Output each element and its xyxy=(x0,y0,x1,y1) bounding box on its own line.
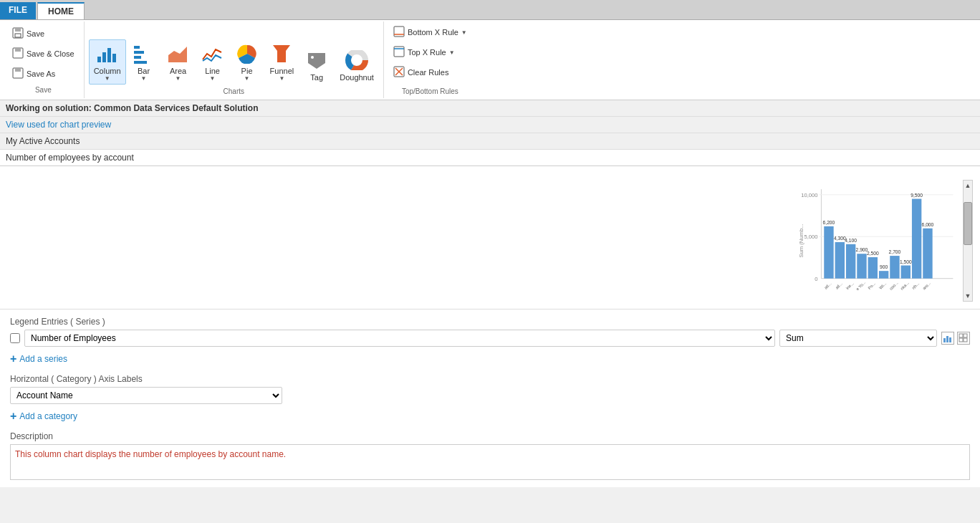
pie-chart-button[interactable]: Pie ▼ xyxy=(231,39,264,85)
ribbon: Save Save & Close Save As Save xyxy=(0,20,980,100)
column-dropdown-arrow: ▼ xyxy=(105,75,110,82)
config-area: Legend Entries ( Series ) Number of Empl… xyxy=(0,310,980,487)
clear-rules-button[interactable]: Clear Rules xyxy=(388,63,472,82)
legend-section-label: Legend Entries ( Series ) xyxy=(10,317,970,327)
svg-text:5,000: 5,000 xyxy=(804,234,817,240)
pie-icon xyxy=(236,42,259,65)
scrollbar-up-arrow[interactable]: ▲ xyxy=(965,181,971,191)
area-label: Area xyxy=(170,67,186,75)
svg-rect-12 xyxy=(134,51,144,54)
svg-point-18 xyxy=(311,56,314,59)
charts-buttons: Column ▼ Bar ▼ xyxy=(89,23,379,86)
bar-chart-button[interactable]: Bar ▼ xyxy=(128,39,160,85)
bar-icon xyxy=(133,42,155,65)
save-label: Save xyxy=(27,29,44,38)
tag-chart-button[interactable]: Tag xyxy=(300,46,333,85)
svg-text:Wi...: Wi... xyxy=(878,281,888,290)
working-on-bar: Working on solution: Common Data Service… xyxy=(0,100,980,117)
save-button[interactable]: Save xyxy=(7,24,80,43)
doughnut-label: Doughnut xyxy=(340,73,374,82)
svg-rect-53 xyxy=(879,271,888,279)
svg-text:6,200: 6,200 xyxy=(823,220,835,225)
charts-group: Column ▼ Bar ▼ xyxy=(85,21,384,98)
line-label: Line xyxy=(205,67,220,75)
svg-text:Po...: Po... xyxy=(868,281,877,290)
funnel-icon xyxy=(270,42,293,65)
scrollbar-thumb[interactable] xyxy=(964,202,972,245)
add-category-plus-icon: + xyxy=(10,410,16,423)
svg-rect-6 xyxy=(15,68,21,72)
top-x-rule-icon xyxy=(393,46,405,59)
charts-group-label: Charts xyxy=(89,86,379,97)
tag-label: Tag xyxy=(310,73,323,82)
save-close-button[interactable]: Save & Close xyxy=(7,44,80,63)
area-icon xyxy=(167,42,190,65)
description-box[interactable]: This column chart displays the number of… xyxy=(10,444,970,480)
top-x-rule-button[interactable]: Top X Rule ▼ xyxy=(388,43,472,62)
tab-home[interactable]: HOME xyxy=(37,2,85,19)
category-field-select[interactable]: Account Name xyxy=(10,387,282,404)
svg-text:9,500: 9,500 xyxy=(911,193,923,198)
svg-text:e Yo...: e Yo... xyxy=(855,280,867,292)
svg-text:atl...: atl... xyxy=(824,282,832,290)
svg-rect-71 xyxy=(959,334,963,337)
view-link[interactable]: View used for chart preview xyxy=(0,117,980,133)
horizontal-section-label: Horizontal ( Category ) Axis Labels xyxy=(10,374,970,384)
svg-rect-38 xyxy=(824,226,833,279)
doughnut-chart-button[interactable]: Doughnut xyxy=(335,46,379,85)
column-chart-button[interactable]: Column ▼ xyxy=(89,39,126,85)
description-label: Description xyxy=(10,431,970,441)
tab-file[interactable]: FILE xyxy=(0,2,36,19)
svg-rect-13 xyxy=(134,56,141,59)
svg-rect-47 xyxy=(857,254,866,278)
top-bottom-group: Bottom X Rule ▼ Top X Rule ▼ Clear Rules… xyxy=(384,21,476,98)
series-grid-icon[interactable] xyxy=(957,332,970,345)
add-category-button[interactable]: + Add a category xyxy=(10,408,970,424)
pie-dropdown-arrow: ▼ xyxy=(244,75,250,82)
save-icon xyxy=(12,27,24,40)
column-label: Column xyxy=(94,67,121,75)
clear-rules-label: Clear Rules xyxy=(408,68,448,77)
add-category-label: Add a category xyxy=(19,411,77,421)
working-on-text: Working on solution: Common Data Service… xyxy=(6,103,258,113)
svg-text:4,100: 4,100 xyxy=(845,238,857,243)
scrollbar-down-arrow[interactable]: ▼ xyxy=(965,291,971,301)
save-group-label: Save xyxy=(7,85,80,95)
funnel-chart-button[interactable]: Funnel ▼ xyxy=(265,39,299,85)
save-as-button[interactable]: Save As xyxy=(7,64,80,83)
save-as-icon xyxy=(12,67,24,80)
svg-text:2,700: 2,700 xyxy=(889,249,901,254)
description-text: This column chart displays the number of… xyxy=(15,449,286,459)
doughnut-icon xyxy=(345,49,368,72)
svg-rect-59 xyxy=(901,266,911,279)
clear-rules-icon xyxy=(393,66,405,79)
add-series-button[interactable]: + Add a series xyxy=(10,351,970,367)
chart-container: Sum (Numb... 10,000 5,000 0 6,200 atl...… xyxy=(795,180,960,302)
series-checkbox[interactable] xyxy=(10,333,20,343)
svg-text:oso...: oso... xyxy=(888,280,898,290)
bottom-x-rule-button[interactable]: Bottom X Rule ▼ xyxy=(388,23,472,42)
save-group: Save Save & Close Save As Save xyxy=(3,21,85,98)
svg-rect-1 xyxy=(15,28,21,32)
series-row: Number of Employees Sum xyxy=(10,330,970,347)
svg-rect-8 xyxy=(102,52,106,62)
series-field-select[interactable]: Number of Employees xyxy=(24,330,775,347)
svg-marker-15 xyxy=(168,47,187,62)
svg-rect-65 xyxy=(923,229,932,279)
svg-rect-44 xyxy=(846,244,855,279)
line-chart-button[interactable]: Line ▼ xyxy=(196,39,229,85)
svg-text:Sum (Numb...: Sum (Numb... xyxy=(799,224,805,257)
area-chart-button[interactable]: Area ▼ xyxy=(162,39,195,85)
chart-scrollbar[interactable]: ▲ ▼ xyxy=(963,180,973,302)
save-close-label: Save & Close xyxy=(27,49,75,58)
add-series-plus-icon: + xyxy=(10,352,16,365)
svg-text:10,000: 10,000 xyxy=(801,192,817,198)
save-close-icon xyxy=(12,47,24,60)
series-column-icon[interactable] xyxy=(941,332,954,345)
save-as-label: Save As xyxy=(27,69,55,78)
top-bottom-group-label: Top/Bottom Rules xyxy=(388,86,472,97)
svg-text:atl...: atl... xyxy=(835,282,843,290)
svg-text:1,500: 1,500 xyxy=(900,259,912,264)
series-aggregation-select[interactable]: Sum xyxy=(779,330,937,347)
top-bottom-buttons: Bottom X Rule ▼ Top X Rule ▼ Clear Rules xyxy=(388,23,472,82)
